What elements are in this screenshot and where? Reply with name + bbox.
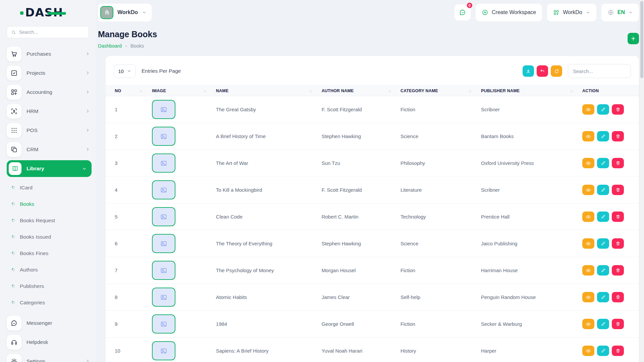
- view-button eye-icon[interactable]: [582, 158, 594, 168]
- breadcrumb-dashboard-link[interactable]: Dashboard: [98, 43, 122, 49]
- cell-no: 6: [106, 230, 147, 257]
- book-image-thumbnail image-icon[interactable]: [152, 288, 175, 307]
- sidebar-item-hrm[interactable]: HRM: [7, 102, 90, 121]
- column-header-image[interactable]: IMAGE↑↓: [147, 86, 211, 96]
- column-header-no[interactable]: NO↑↓: [106, 86, 147, 96]
- cell-author: Stephen Hawking: [317, 230, 396, 257]
- language-selector[interactable]: EN: [601, 4, 639, 21]
- cell-image: [147, 230, 211, 257]
- create-workspace-button[interactable]: Create Workspace: [476, 4, 542, 21]
- view-button eye-icon[interactable]: [582, 292, 594, 302]
- edit-button pencil-icon[interactable]: [597, 238, 609, 249]
- sidebar-subitem-books[interactable]: Books: [12, 196, 90, 212]
- add-book-button[interactable]: [628, 33, 639, 44]
- sidebar-item-library[interactable]: Library: [7, 160, 92, 177]
- sidebar-item-messenger[interactable]: Messenger: [7, 313, 90, 333]
- delete-button trash-icon[interactable]: [612, 131, 624, 141]
- delete-button trash-icon[interactable]: [612, 212, 624, 222]
- cell-name: Clean Code: [211, 203, 317, 230]
- cell-category: Fiction: [396, 96, 476, 123]
- page-scrollbar-thumb[interactable]: [640, 1, 643, 78]
- sidebar-subitem-books-fines[interactable]: Books Fines: [12, 245, 90, 261]
- book-image-thumbnail image-icon[interactable]: [152, 180, 175, 199]
- edit-button pencil-icon[interactable]: [597, 265, 609, 276]
- column-header-publisher-name[interactable]: PUBLISHER NAME↑↓: [476, 86, 578, 96]
- sidebar-item-pos[interactable]: POS: [7, 121, 90, 140]
- delete-button trash-icon[interactable]: [612, 292, 624, 302]
- view-button eye-icon[interactable]: [582, 238, 594, 249]
- edit-button pencil-icon[interactable]: [597, 131, 609, 141]
- sidebar-subitem-icard[interactable]: ICard: [12, 179, 90, 196]
- sidebar-subitem-publishers[interactable]: Publishers: [12, 278, 90, 294]
- chevron-right-icon: [85, 147, 90, 152]
- sidebar-subitem-books-issued[interactable]: Books Issued: [12, 229, 90, 245]
- cell-publisher: Oxford University Press: [476, 150, 578, 177]
- sidebar-item-projects[interactable]: Projects: [7, 63, 90, 82]
- edit-button pencil-icon[interactable]: [597, 185, 609, 195]
- sidebar-subitem-categories[interactable]: Categories: [12, 294, 90, 311]
- edit-button pencil-icon[interactable]: [597, 158, 609, 168]
- view-button eye-icon[interactable]: [582, 185, 594, 195]
- sidebar-subitem-label: Books Fines: [20, 250, 48, 256]
- refresh-button refresh-icon[interactable]: [551, 65, 562, 77]
- sidebar-search-input[interactable]: [19, 29, 85, 35]
- export-button download-icon[interactable]: [523, 65, 534, 77]
- sidebar-subitem-books-request[interactable]: Books Request: [12, 212, 90, 229]
- table-search-input[interactable]: [573, 68, 626, 74]
- view-button eye-icon[interactable]: [582, 212, 594, 222]
- book-image-thumbnail image-icon[interactable]: [152, 234, 175, 253]
- delete-button trash-icon[interactable]: [612, 104, 624, 115]
- sidebar-item-settings[interactable]: Settings: [7, 352, 90, 362]
- workspace-switcher[interactable]: WorkDo: [98, 4, 152, 21]
- delete-button trash-icon[interactable]: [612, 185, 624, 195]
- delete-button trash-icon[interactable]: [612, 158, 624, 168]
- book-image-thumbnail image-icon[interactable]: [152, 314, 175, 334]
- sidebar-item-accounting[interactable]: Accounting: [7, 82, 90, 102]
- column-header-author-name[interactable]: AUTHOR NAME↑↓: [317, 86, 396, 96]
- sidebar-item-crm[interactable]: CRM: [7, 140, 90, 159]
- edit-button pencil-icon[interactable]: [597, 212, 609, 222]
- delete-button trash-icon[interactable]: [612, 346, 624, 356]
- book-image-thumbnail image-icon[interactable]: [152, 154, 175, 173]
- column-header-name[interactable]: NAME↑↓: [211, 86, 317, 96]
- edit-button pencil-icon[interactable]: [597, 104, 609, 115]
- book-image-thumbnail image-icon[interactable]: [152, 207, 175, 226]
- delete-button trash-icon[interactable]: [612, 319, 624, 329]
- page-scrollbar-track: [639, 0, 644, 362]
- sidebar-item-helpdesk[interactable]: Helpdesk: [7, 333, 90, 352]
- edit-button pencil-icon[interactable]: [597, 319, 609, 329]
- book-image-thumbnail image-icon[interactable]: [152, 341, 175, 360]
- book-image-thumbnail image-icon[interactable]: [152, 100, 175, 119]
- sidebar-item-label: HRM: [26, 108, 80, 114]
- cell-actions: [578, 257, 639, 284]
- cell-publisher: Jaico Publishing: [476, 230, 578, 257]
- sidebar-item-label: Library: [26, 166, 77, 172]
- sidebar-subitem-authors[interactable]: Authors: [12, 261, 90, 278]
- column-header-action: ACTION: [578, 86, 639, 96]
- delete-button trash-icon[interactable]: [612, 238, 624, 249]
- table-row: 5Clean CodeRobert C. MartinTechnologyPre…: [106, 203, 639, 230]
- column-header-category-name[interactable]: CATEGORY NAME↑↓: [396, 86, 476, 96]
- table-row: 91984George OrwellFictionSecker & Warbur…: [106, 311, 639, 338]
- edit-button pencil-icon[interactable]: [597, 292, 609, 302]
- book-image-thumbnail image-icon[interactable]: [152, 127, 175, 146]
- view-button eye-icon[interactable]: [582, 131, 594, 141]
- cell-author: F. Scott Fitzgerald: [317, 177, 396, 203]
- delete-button trash-icon[interactable]: [612, 265, 624, 276]
- undo-button undo-icon[interactable]: [537, 65, 548, 77]
- messages-button[interactable]: 0: [454, 4, 471, 20]
- cell-author: James Clear: [317, 284, 396, 311]
- sort-icon: ↑↓: [309, 89, 312, 93]
- view-button eye-icon[interactable]: [582, 319, 594, 329]
- book-image-thumbnail image-icon[interactable]: [152, 261, 175, 280]
- entries-per-page-select[interactable]: 10: [114, 64, 136, 78]
- view-button eye-icon[interactable]: [582, 346, 594, 356]
- sidebar-item-purchases[interactable]: Purchases: [7, 44, 90, 63]
- view-button eye-icon[interactable]: [582, 265, 594, 276]
- sidebar-bottom-menu: MessengerHelpdeskSettings: [0, 312, 96, 362]
- bullet-icon: [11, 267, 15, 272]
- entries-per-page-label: Entries Per Page: [142, 68, 181, 74]
- view-button eye-icon[interactable]: [582, 104, 594, 115]
- edit-button pencil-icon[interactable]: [597, 346, 609, 356]
- workspace-menu-button[interactable]: WorkDo: [547, 4, 596, 21]
